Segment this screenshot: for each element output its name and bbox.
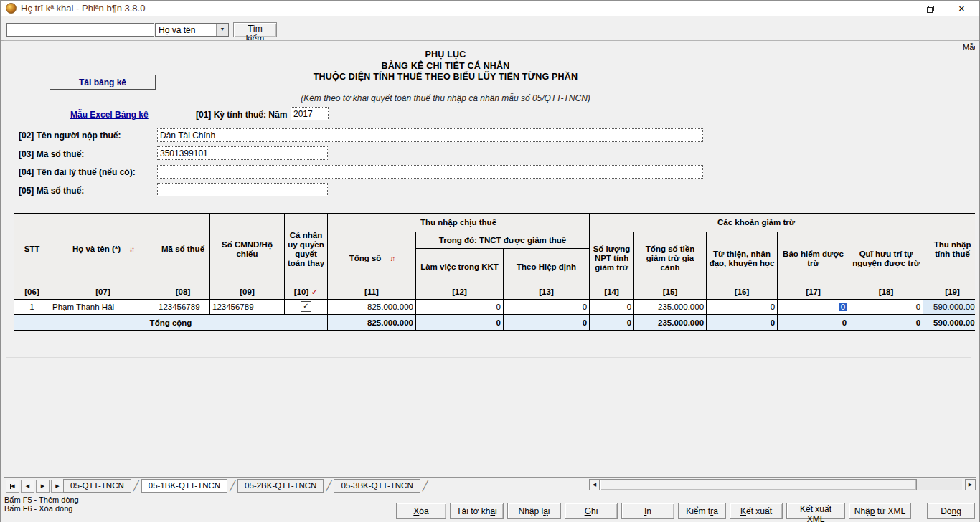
- load-declaration-button[interactable]: Tải tờ khai: [450, 503, 504, 519]
- excel-template-link[interactable]: Mẫu Excel Bảng kê: [70, 110, 149, 120]
- check-icon: ✓: [303, 302, 308, 310]
- label: i: [495, 506, 497, 516]
- cell-treaty[interactable]: 0: [504, 300, 590, 315]
- last-icon: [60, 484, 60, 489]
- index-18: [18]: [849, 285, 923, 300]
- export-button[interactable]: Kết xuất: [730, 503, 783, 519]
- dropdown-button[interactable]: ▼: [216, 24, 228, 36]
- sheet-tabs: 05-QTT-TNCN 05-1BK-QTT-TNCN 05-2BK-QTT-T…: [63, 479, 430, 493]
- cell-total-income[interactable]: 825.000.000: [328, 300, 416, 315]
- cell-charity[interactable]: 0: [707, 300, 778, 315]
- period-label: [01] Kỳ tính thuế: Năm: [196, 110, 287, 120]
- tab-05-2bk-qtt-tncn[interactable]: 05-2BK-QTT-TNCN: [237, 479, 324, 493]
- window-title: Hç trî kª khai - Phiªn b¶n 3.8.0: [21, 3, 145, 14]
- export-xml-button[interactable]: Kết xuất XML: [786, 503, 845, 519]
- label: G: [585, 506, 591, 516]
- label: Nhập l: [518, 506, 543, 516]
- label: Nhậ: [854, 506, 870, 516]
- restore-button[interactable]: [914, 1, 946, 16]
- arrow-left-icon: ◀: [11, 483, 14, 489]
- sort-icon[interactable]: ↓↑: [129, 245, 133, 253]
- cell-family-deduction[interactable]: 235.000.000: [634, 300, 707, 315]
- index-12: [12]: [416, 285, 504, 300]
- scroll-left-button[interactable]: ◀: [589, 479, 600, 490]
- cell-name[interactable]: Phạm Thanh Hải: [50, 300, 156, 315]
- scrollbar-thumb[interactable]: [600, 479, 917, 490]
- index-10: [10] ✓: [285, 285, 328, 300]
- tab-separator: [420, 480, 430, 491]
- scroll-right-button[interactable]: ▶: [965, 479, 976, 490]
- search-field-select[interactable]: Họ và tên ▼: [155, 23, 229, 37]
- cell-tax-code[interactable]: 123456789: [156, 300, 210, 315]
- total-npt: 0: [590, 315, 634, 331]
- horizontal-scrollbar[interactable]: ◀ ▶: [589, 479, 976, 490]
- index-11: [11]: [328, 285, 416, 300]
- app-icon: [6, 3, 17, 14]
- status-bar: Bấm F5 - Thêm dòng Bấm F6 - Xóa dòng Xóa…: [1, 493, 979, 522]
- cell-npt[interactable]: 0: [590, 300, 634, 315]
- tab-05-qtt-tncn[interactable]: 05-QTT-TNCN: [63, 479, 131, 493]
- corner-label: Mẫu: [963, 43, 975, 53]
- index-13: [13]: [504, 285, 590, 300]
- sort-icon[interactable]: ↓↑: [390, 255, 394, 262]
- delete-button[interactable]: Xóa: [396, 503, 446, 519]
- cell-kkt[interactable]: 0: [416, 300, 504, 315]
- authorized-checkbox[interactable]: ✓: [301, 301, 311, 312]
- taxpayer-name-label: [02] Tên người nộp thuế:: [19, 130, 121, 141]
- header-insurance: Bảo hiểm được trừ: [778, 232, 849, 285]
- tab-separator: [131, 480, 141, 491]
- taxpayer-name-input[interactable]: [157, 128, 703, 142]
- search-button[interactable]: Tìm kiếm: [233, 22, 277, 37]
- print-button[interactable]: In: [621, 503, 674, 519]
- import-xml-button[interactable]: Nhập từ XML: [849, 503, 911, 519]
- index-17: [17]: [778, 285, 849, 300]
- action-button-row: Xóa Tải tờ khai Nhập lại Ghi In Kiểm tra…: [396, 503, 975, 519]
- total-charity: 0: [707, 315, 778, 331]
- cell-pension[interactable]: 0: [849, 300, 923, 315]
- tab-05-1bk-qtt-tncn[interactable]: 05-1BK-QTT-TNCN: [141, 479, 227, 493]
- header-name[interactable]: Họ và tên (*)↓↑: [50, 214, 156, 285]
- search-field-value: Họ và tên: [159, 25, 195, 35]
- heading-line-2: BẢNG KÊ CHI TIẾT CÁ NHÂN: [1, 61, 890, 72]
- close-form-button[interactable]: Đóng: [927, 503, 975, 519]
- label: Đó: [941, 506, 951, 516]
- header-taxed-income: Thu nhập tính thuế: [923, 214, 975, 285]
- application-window: Hç trî kª khai - Phiªn b¶n 3.8.0 × Họ và…: [0, 0, 980, 522]
- label: Kiểm t: [686, 506, 710, 516]
- minimize-button[interactable]: [881, 1, 913, 16]
- total-taxed-income: 590.000.000: [923, 315, 975, 331]
- tab-05-3bk-qtt-tncn[interactable]: 05-3BK-QTT-TNCN: [334, 479, 420, 493]
- agent-name-input[interactable]: [157, 165, 703, 179]
- total-label: Tổng cộng: [14, 315, 328, 331]
- first-tab-button[interactable]: ◀: [6, 480, 19, 493]
- header-kkt: Làm việc trong KKT: [416, 249, 504, 285]
- cell-insurance[interactable]: 0: [778, 300, 849, 315]
- prev-tab-button[interactable]: ◀: [21, 480, 34, 493]
- index-06: [06]: [14, 285, 50, 300]
- cell-id-number[interactable]: 123456789: [210, 300, 285, 315]
- cell-taxed-income[interactable]: 590.000.000: [923, 300, 975, 315]
- search-input[interactable]: [6, 23, 154, 37]
- cell-stt[interactable]: 1: [14, 300, 50, 315]
- period-input[interactable]: [291, 107, 329, 120]
- label: ết xuất: [746, 506, 772, 516]
- table-row: 1 Phạm Thanh Hải 123456789 123456789 ✓ 8…: [14, 300, 976, 315]
- next-tab-button[interactable]: ▶: [36, 480, 50, 493]
- re-enter-button[interactable]: Nhập lại: [507, 503, 561, 519]
- label: Tải tờ kh: [456, 506, 490, 516]
- tax-code-label: [03] Mã số thuế:: [19, 149, 84, 159]
- total-income: 825.000.000: [328, 315, 416, 331]
- save-button[interactable]: Ghi: [565, 503, 618, 519]
- scrollbar-track[interactable]: [917, 479, 962, 490]
- validate-button[interactable]: Kiểm tra: [678, 503, 726, 519]
- header-total[interactable]: Tổng số↓↑: [328, 232, 416, 285]
- close-button[interactable]: ×: [946, 1, 978, 16]
- minimize-icon: [894, 9, 901, 9]
- label: a: [713, 506, 718, 516]
- index-08: [08]: [156, 285, 210, 300]
- header-charity: Từ thiện, nhân đạo, khuyến học: [707, 232, 778, 285]
- heading-line-1: PHỤ LỤC: [1, 49, 890, 61]
- tax-code-input[interactable]: [157, 146, 328, 160]
- agent-tax-code-input[interactable]: [157, 183, 328, 196]
- load-sheet-button[interactable]: Tải bảng kê: [50, 75, 156, 90]
